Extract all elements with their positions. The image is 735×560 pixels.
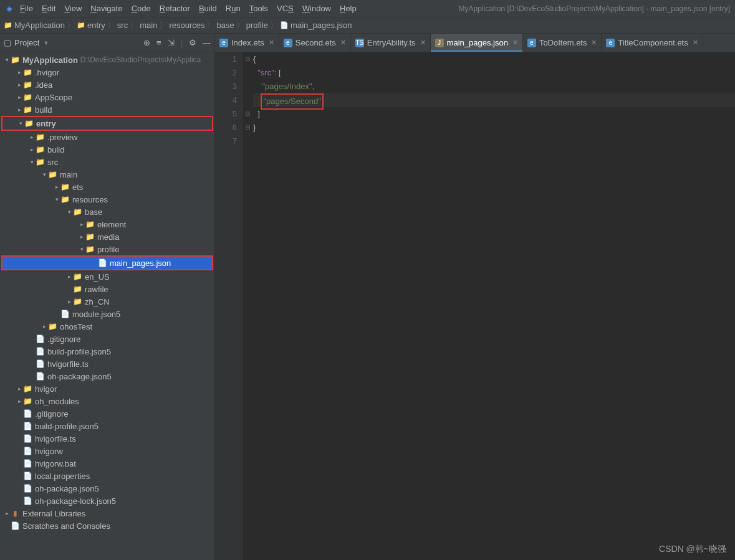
line-number-gutter: 1 2 3 4 5 6 7 <box>215 52 243 560</box>
tree-item[interactable]: ▸📁oh_modules <box>0 395 214 407</box>
menu-edit[interactable]: Edit <box>42 4 55 13</box>
close-icon[interactable]: ✕ <box>420 39 426 47</box>
dropdown-icon: ▼ <box>43 40 49 46</box>
tree-item[interactable]: ▸📁element <box>0 218 214 230</box>
menubar: ◈ File Edit View Navigate Code Refactor … <box>0 0 735 17</box>
tree-item[interactable]: ▸📁media <box>0 230 214 243</box>
tab-second[interactable]: eSecond.ets✕ <box>279 34 351 52</box>
menu-file[interactable]: File <box>20 4 33 13</box>
tree-item[interactable]: 📄.gitignore <box>0 407 214 420</box>
tree-item[interactable]: 📄oh-package.json5 <box>0 482 214 495</box>
close-icon[interactable]: ✕ <box>512 39 518 47</box>
tab-entryability[interactable]: TSEntryAbility.ts✕ <box>351 34 431 52</box>
tree-item[interactable]: ▸📁build <box>0 143 214 156</box>
menu-tools[interactable]: Tools <box>249 4 268 13</box>
tree-item[interactable]: 📄build-profile.json5 <box>0 345 214 358</box>
code-content[interactable]: { "src": [ "pages/Index", "pages/Second"… <box>252 52 735 560</box>
tree-item[interactable]: 📄hvigorw.bat <box>0 457 214 470</box>
close-icon[interactable]: ✕ <box>693 39 698 47</box>
breadcrumb-item[interactable]: 📄main_pages.json <box>280 21 352 30</box>
tree-item[interactable]: ▸📁hvigor <box>0 382 214 395</box>
menu-run[interactable]: Run <box>226 4 241 13</box>
code-editor[interactable]: 1 2 3 4 5 6 7 ⊟⊟⊟ { "src": [ "pages/Inde… <box>215 52 735 560</box>
tree-item-main-pages[interactable]: 📄main_pages.json <box>2 257 212 269</box>
highlight-code-box: "pages/Second" <box>261 93 323 110</box>
tab-todoitem[interactable]: eToDoItem.ets✕ <box>523 34 602 52</box>
tree-item[interactable]: 📄build-profile.json5 <box>0 420 214 432</box>
breadcrumb-item[interactable]: profile <box>246 21 268 30</box>
divider-icon: | <box>181 38 183 47</box>
tree-item[interactable]: 📄local.properties <box>0 470 214 482</box>
tree-item[interactable]: ▾📁profile <box>0 243 214 255</box>
tree-scratches[interactable]: 📄Scratches and Consoles <box>0 520 214 532</box>
menu-navigate[interactable]: Navigate <box>90 4 122 13</box>
tree-item[interactable]: ▸📁zh_CN <box>0 295 214 308</box>
ets-file-icon: e <box>527 39 536 47</box>
tab-index[interactable]: eIndex.ets✕ <box>215 34 279 52</box>
tree-item[interactable]: ▸📁build <box>0 103 214 116</box>
highlight-mainpages-box: 📄main_pages.json <box>1 255 213 270</box>
tree-external-libraries[interactable]: ▸▮External Libraries <box>0 507 214 520</box>
gear-icon[interactable]: ⚙ <box>189 38 196 47</box>
tree-item[interactable]: 📄module.json5 <box>0 308 214 320</box>
tree-item[interactable]: ▸📁ohosTest <box>0 320 214 333</box>
tree-item[interactable]: 📄oh-package.json5 <box>0 370 214 382</box>
project-tree[interactable]: ▾📁MyApplicationD:\DevEcoStudioProjects\M… <box>0 52 214 560</box>
tree-item-entry[interactable]: ▾📁entry <box>2 117 212 130</box>
tree-item[interactable]: 📄hvigorfile.ts <box>0 358 214 370</box>
sort-icon[interactable]: ≡ <box>156 38 161 47</box>
breadcrumb-item[interactable]: main <box>140 21 157 30</box>
breadcrumb-item[interactable]: base <box>216 21 234 30</box>
tree-item[interactable]: 📄.gitignore <box>0 333 214 345</box>
tree-item[interactable]: ▸📁ets <box>0 181 214 193</box>
highlight-entry-box: ▾📁entry <box>1 116 213 131</box>
project-panel-title[interactable]: ▢ Project ▼ <box>4 38 49 47</box>
tree-item[interactable]: ▸📁AppScope <box>0 91 214 103</box>
close-icon[interactable]: ✕ <box>591 39 597 47</box>
tab-titlecomponent[interactable]: eTitleComponent.ets✕ <box>602 34 703 52</box>
close-icon[interactable]: ✕ <box>340 39 346 47</box>
breadcrumb-item[interactable]: 📁entry <box>77 21 105 30</box>
project-icon: ▢ <box>4 38 11 47</box>
menu-help[interactable]: Help <box>340 4 357 13</box>
fold-gutter[interactable]: ⊟⊟⊟ <box>243 52 252 560</box>
tree-item[interactable]: ▾📁base <box>0 206 214 218</box>
ets-file-icon: e <box>219 39 228 47</box>
project-panel: ▢ Project ▼ ⊕ ≡ ⇲ | ⚙ — ▾📁MyApplicationD… <box>0 34 215 560</box>
ets-file-icon: e <box>606 39 615 47</box>
window-title: MyApplication [D:\DevEcoStudioProjects\M… <box>458 4 730 13</box>
menu-code[interactable]: Code <box>132 4 151 13</box>
tree-item[interactable]: ▸📁.idea <box>0 78 214 91</box>
breadcrumb-item[interactable]: 📁MyApplication <box>4 21 65 30</box>
watermark: CSDN @韩~晓强 <box>659 544 726 555</box>
menu-view[interactable]: View <box>64 4 82 13</box>
app-logo-icon: ◈ <box>5 4 14 13</box>
tree-item[interactable]: 📁rawfile <box>0 283 214 295</box>
json-file-icon: J <box>435 39 444 47</box>
breadcrumb-item[interactable]: resources <box>169 21 204 30</box>
hide-icon[interactable]: — <box>203 38 211 47</box>
tree-item[interactable]: ▾📁src <box>0 156 214 168</box>
ts-file-icon: TS <box>355 39 364 47</box>
close-icon[interactable]: ✕ <box>269 39 274 47</box>
menu-build[interactable]: Build <box>199 4 217 13</box>
tab-main-pages[interactable]: Jmain_pages.json✕ <box>431 34 523 52</box>
tree-item[interactable]: 📄oh-package-lock.json5 <box>0 495 214 507</box>
breadcrumb: 📁MyApplication〉 📁entry〉 src〉 main〉 resou… <box>0 17 735 34</box>
tree-item[interactable]: 📄hvigorfile.ts <box>0 432 214 445</box>
tree-item[interactable]: ▾📁main <box>0 168 214 181</box>
project-panel-header: ▢ Project ▼ ⊕ ≡ ⇲ | ⚙ — <box>0 34 214 52</box>
tree-item[interactable]: 📄hvigorw <box>0 445 214 457</box>
tree-item[interactable]: ▸📁.hvigor <box>0 66 214 78</box>
tree-root[interactable]: ▾📁MyApplicationD:\DevEcoStudioProjects\M… <box>0 54 214 66</box>
collapse-icon[interactable]: ⇲ <box>168 38 175 47</box>
tree-item[interactable]: ▸📁.preview <box>0 131 214 143</box>
ets-file-icon: e <box>284 39 292 47</box>
menu-window[interactable]: Window <box>302 4 331 13</box>
target-icon[interactable]: ⊕ <box>143 38 150 47</box>
tree-item[interactable]: ▾📁resources <box>0 193 214 206</box>
menu-refactor[interactable]: Refactor <box>160 4 190 13</box>
breadcrumb-item[interactable]: src <box>117 21 128 30</box>
menu-vcs[interactable]: VCS <box>277 4 294 13</box>
tree-item[interactable]: ▸📁en_US <box>0 270 214 283</box>
